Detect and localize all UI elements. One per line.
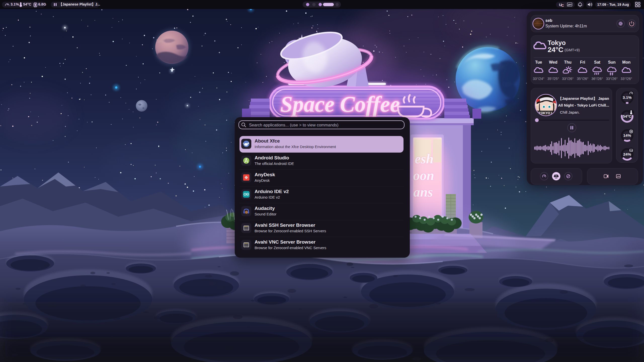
svg-text:oon: oon <box>413 168 434 183</box>
svg-text:35°/25°: 35°/25° <box>547 77 559 81</box>
svg-text:Thu: Thu <box>564 60 571 64</box>
svg-text:Tue: Tue <box>535 60 542 64</box>
svg-text:【Japanese Playlist】 Japan: 【Japanese Playlist】 Japan <box>558 96 609 101</box>
svg-text:Wed: Wed <box>549 60 557 64</box>
svg-text:24%: 24% <box>623 152 631 156</box>
svg-text:24°C: 24°C <box>548 46 564 54</box>
svg-text:Sun: Sun <box>608 60 616 64</box>
svg-text:33°/26°: 33°/26° <box>621 77 632 81</box>
svg-text:36°/26°: 36°/26° <box>591 77 603 81</box>
svg-text:33°/26°: 33°/26° <box>606 77 618 81</box>
svg-text:33°/26°: 33°/26° <box>562 77 574 81</box>
svg-text:14%: 14% <box>623 133 631 138</box>
svg-text:Fri: Fri <box>580 60 585 64</box>
svg-text:Sat: Sat <box>594 60 601 64</box>
svg-text:Chill Japan.: Chill Japan. <box>560 110 580 114</box>
svg-text:33°/24°: 33°/24° <box>533 77 544 81</box>
svg-text:Mon: Mon <box>622 60 631 64</box>
svg-text:esh: esh <box>415 151 433 166</box>
svg-text:(GMT+9): (GMT+9) <box>565 48 580 52</box>
svg-text:Tokyo: Tokyo <box>548 39 566 46</box>
svg-text:54°C: 54°C <box>623 114 632 118</box>
svg-text:3.1%: 3.1% <box>623 95 632 100</box>
svg-text:ans: ans <box>413 185 433 200</box>
svg-text:Space Coffee: Space Coffee <box>280 92 400 116</box>
svg-text:35°/26°: 35°/26° <box>577 77 588 81</box>
svg-text:All Night - Tokyo LoFi Chill..: All Night - Tokyo LoFi Chill... <box>558 103 609 107</box>
svg-text:C: C <box>561 3 564 8</box>
